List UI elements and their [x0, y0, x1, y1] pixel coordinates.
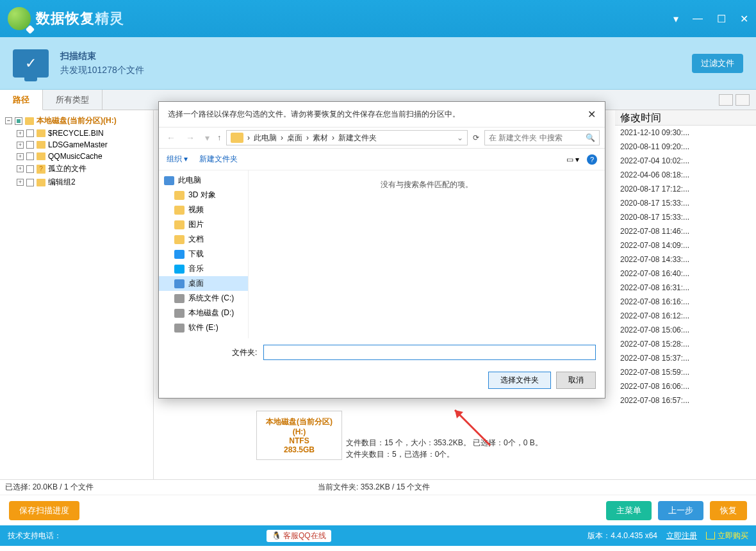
tree-this-pc[interactable]: 此电脑 — [159, 173, 248, 188]
expand-icon[interactable]: + — [17, 142, 24, 149]
expand-icon[interactable]: + — [17, 153, 24, 160]
filter-files-button[interactable]: 过滤文件 — [692, 54, 743, 73]
file-row-time[interactable]: 2022-07-08 16:40:... — [615, 267, 756, 281]
organize-button[interactable]: 组织 ▾ — [167, 154, 188, 165]
tree-item[interactable]: +$RECYCLE.BIN — [3, 127, 151, 139]
file-row-time[interactable]: 2022-07-08 14:09:... — [615, 238, 756, 252]
file-row-time[interactable]: 2022-07-08 15:37:... — [615, 351, 756, 365]
file-row-time[interactable]: 2022-07-08 15:28:... — [615, 337, 756, 351]
tab-path[interactable]: 路径 — [0, 90, 43, 110]
select-folder-button[interactable]: 选择文件夹 — [488, 372, 551, 389]
tree-video[interactable]: 视频 — [159, 202, 248, 217]
file-row-time[interactable]: 2022-04-06 08:18:... — [615, 168, 756, 182]
column-header-mtime[interactable]: 修改时间 — [615, 110, 756, 126]
search-icon[interactable]: 🔍 — [586, 133, 595, 142]
expand-icon[interactable]: + — [17, 165, 24, 172]
save-scan-progress-button[interactable]: 保存扫描进度 — [9, 501, 79, 520]
dialog-toolbar: 组织 ▾ 新建文件夹 ▭ ▾ ? — [159, 149, 605, 170]
refresh-button[interactable]: ⟳ — [473, 133, 479, 142]
dropdown-icon[interactable]: ▾ — [673, 13, 678, 25]
tree-drive-c[interactable]: 系统文件 (C:) — [159, 291, 248, 306]
folder-icon — [174, 206, 185, 215]
dialog-tree[interactable]: 此电脑 3D 对象 视频 图片 文档 下载 音乐 桌面 系统文件 (C:) 本地… — [159, 170, 249, 338]
expand-icon[interactable]: + — [17, 130, 24, 137]
file-row-time[interactable]: 2022-07-08 14:33:... — [615, 252, 756, 267]
dialog-close-button[interactable]: ✕ — [588, 108, 596, 120]
monitor-icon: ✓ — [13, 49, 49, 78]
search-input[interactable] — [489, 133, 586, 142]
tree-drive-e[interactable]: 软件 (E:) — [159, 320, 248, 335]
cancel-button[interactable]: 取消 — [556, 372, 596, 389]
view-grid-button[interactable] — [719, 94, 733, 106]
file-row-time[interactable]: 2020-08-11 09:20:... — [615, 140, 756, 154]
search-box[interactable]: 🔍 — [484, 130, 600, 145]
folder-path-input[interactable] — [263, 345, 596, 360]
folder-tree: − 本地磁盘(当前分区)(H:) +$RECYCLE.BIN +LDSGameM… — [0, 110, 154, 479]
tree-documents[interactable]: 文档 — [159, 232, 248, 247]
file-row-time[interactable]: 2021-12-10 09:30:... — [615, 126, 756, 140]
buy-now-button[interactable]: 立即购买 — [706, 530, 748, 541]
file-row-time[interactable]: 2022-07-08 15:06:... — [615, 323, 756, 337]
view-list-button[interactable] — [735, 94, 750, 106]
tree-downloads[interactable]: 下载 — [159, 247, 248, 261]
chevron-down-icon[interactable]: ▾ — [202, 133, 212, 143]
main-menu-button[interactable]: 主菜单 — [606, 501, 652, 520]
checkbox[interactable] — [26, 129, 34, 137]
tab-all-types[interactable]: 所有类型 — [43, 90, 103, 110]
crumb-dropdown-icon[interactable]: ⌄ — [457, 133, 463, 142]
collapse-icon[interactable]: − — [5, 117, 12, 124]
file-row-time[interactable]: 2022-07-08 16:06:... — [615, 379, 756, 393]
crumb[interactable]: 新建文件夹 — [338, 133, 377, 144]
tree-item[interactable]: +编辑组2 — [3, 176, 151, 189]
checkbox[interactable] — [15, 117, 22, 125]
maximize-button[interactable]: ☐ — [717, 13, 726, 25]
penguin-icon: 🐧 — [272, 531, 281, 540]
crumb[interactable]: 素材 — [313, 133, 328, 144]
file-row-time[interactable]: 2020-08-17 17:12:... — [615, 182, 756, 196]
file-row-time[interactable]: 2022-07-08 16:31:... — [615, 281, 756, 295]
new-folder-button[interactable]: 新建文件夹 — [199, 154, 238, 165]
view-mode-button[interactable]: ▭ ▾ — [566, 155, 579, 164]
expand-icon[interactable]: + — [17, 179, 24, 186]
recover-button[interactable]: 恢复 — [710, 501, 747, 520]
tree-item[interactable]: +?孤立的文件 — [3, 162, 151, 176]
tree-drive-d[interactable]: 本地磁盘 (D:) — [159, 306, 248, 320]
file-row-time[interactable]: 2022-07-08 16:16:... — [615, 295, 756, 309]
tree-pictures[interactable]: 图片 — [159, 217, 248, 232]
file-row-time[interactable]: 2020-08-17 15:33:... — [615, 196, 756, 210]
file-row-time[interactable]: 2020-08-17 15:33:... — [615, 210, 756, 224]
checkbox[interactable] — [26, 152, 34, 160]
file-row-time[interactable]: 2022-07-08 16:57:... — [615, 393, 756, 407]
tree-label: 视频 — [188, 204, 204, 215]
file-row-time[interactable]: 2022-07-04 10:02:... — [615, 154, 756, 168]
tree-item[interactable]: +QQMusicCache — [3, 151, 151, 162]
status-bar: 已选择: 20.0KB / 1 个文件 当前文件夹: 353.2KB / 15 … — [0, 479, 756, 495]
nav-back-button[interactable]: ← — [164, 133, 178, 143]
nav-up-button[interactable]: ↑ — [217, 133, 221, 142]
file-row-time[interactable]: 2022-07-08 15:59:... — [615, 365, 756, 379]
tree-root[interactable]: − 本地磁盘(当前分区)(H:) — [3, 114, 151, 127]
partition-card[interactable]: 本地磁盘(当前分区)(H:) NTFS 283.5GB — [256, 411, 342, 460]
checkbox[interactable] — [26, 141, 34, 149]
tree-item[interactable]: +LDSGameMaster — [3, 139, 151, 151]
qq-support-button[interactable]: 🐧客服QQ在线 — [267, 530, 331, 542]
file-row-time[interactable]: 2022-07-08 16:12:... — [615, 309, 756, 323]
checkbox[interactable] — [26, 179, 34, 186]
register-link[interactable]: 立即注册 — [666, 530, 697, 541]
folder-icon — [174, 220, 185, 229]
checkbox[interactable] — [26, 165, 34, 173]
tree-music[interactable]: 音乐 — [159, 261, 248, 276]
close-button[interactable]: ✕ — [740, 13, 748, 25]
file-row-time[interactable]: 2022-07-08 11:46:... — [615, 224, 756, 238]
tree-desktop[interactable]: 桌面 — [159, 276, 248, 291]
help-button[interactable]: ? — [587, 154, 597, 165]
crumb[interactable]: 桌面 — [287, 133, 302, 144]
tree-3d[interactable]: 3D 对象 — [159, 188, 248, 202]
scan-status-text: 扫描结束 共发现101278个文件 — [60, 51, 144, 76]
minimize-button[interactable]: — — [693, 13, 703, 25]
nav-forward-button[interactable]: → — [183, 133, 197, 143]
crumb[interactable]: 此电脑 — [254, 133, 277, 144]
previous-button[interactable]: 上一步 — [658, 501, 703, 520]
desktop-icon — [174, 279, 185, 288]
breadcrumb[interactable]: ›此电脑 ›桌面 ›素材 ›新建文件夹 ⌄ — [226, 130, 468, 145]
